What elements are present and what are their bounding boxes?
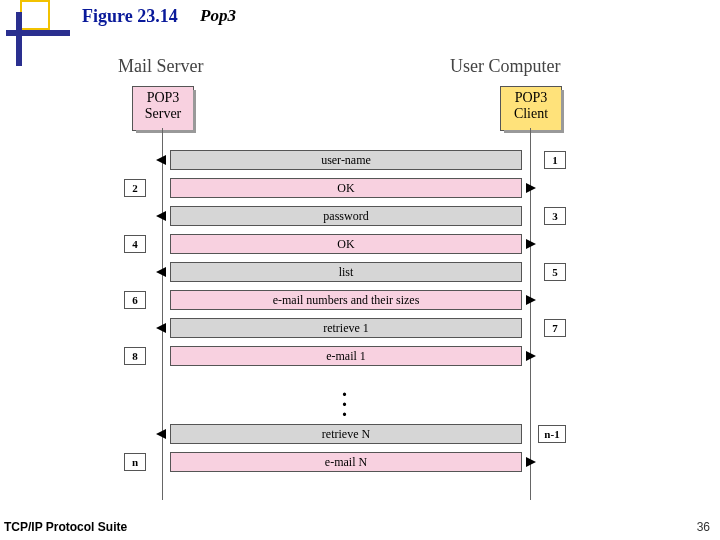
message-bar: retrieve 1 [170, 318, 522, 338]
pop3-server-line2: Server [145, 106, 182, 121]
pop3-server-box: POP3 Server [132, 86, 194, 131]
heading-mail-server: Mail Server [118, 56, 203, 77]
arrow-left-icon [156, 267, 166, 277]
message-row: list5 [170, 262, 522, 282]
message-row: OK4 [170, 234, 522, 254]
pop3-server-line1: POP3 [147, 90, 180, 105]
figure-number: Figure 23.14 [82, 6, 178, 27]
step-badge: 4 [124, 235, 146, 253]
step-badge: 2 [124, 179, 146, 197]
arrow-left-icon [156, 429, 166, 439]
heading-user-computer: User Computer [450, 56, 560, 77]
arrow-left-icon [156, 323, 166, 333]
message-bar: e-mail numbers and their sizes [170, 290, 522, 310]
message-bar: OK [170, 234, 522, 254]
message-bar: user-name [170, 150, 522, 170]
message-row: retrieve Nn-1 [170, 424, 522, 444]
pop3-client-box: POP3 Client [500, 86, 562, 131]
arrow-right-icon [526, 183, 536, 193]
step-badge: 3 [544, 207, 566, 225]
footer-right: 36 [697, 520, 710, 534]
message-bar: list [170, 262, 522, 282]
figure-caption: Pop3 [200, 6, 236, 26]
step-badge: n-1 [538, 425, 566, 443]
slide: Figure 23.14 Pop3 Mail Server User Compu… [0, 0, 720, 540]
message-bar: e-mail N [170, 452, 522, 472]
corner-ornament [6, 0, 66, 52]
arrow-left-icon [156, 155, 166, 165]
step-badge: 5 [544, 263, 566, 281]
step-badge: 6 [124, 291, 146, 309]
arrow-left-icon [156, 211, 166, 221]
arrow-right-icon [526, 457, 536, 467]
arrow-right-icon [526, 295, 536, 305]
footer-left: TCP/IP Protocol Suite [4, 520, 127, 534]
message-bar: OK [170, 178, 522, 198]
step-badge: n [124, 453, 146, 471]
arrow-right-icon [526, 239, 536, 249]
message-row: password3 [170, 206, 522, 226]
message-bar: retrieve N [170, 424, 522, 444]
pop3-client-line2: Client [514, 106, 548, 121]
message-row: OK2 [170, 178, 522, 198]
step-badge: 7 [544, 319, 566, 337]
message-row: retrieve 17 [170, 318, 522, 338]
message-row: e-mail Nn [170, 452, 522, 472]
ornament-square [20, 0, 50, 30]
server-lifeline [162, 128, 163, 500]
pop3-client-line1: POP3 [515, 90, 548, 105]
message-bar: password [170, 206, 522, 226]
message-row: e-mail 18 [170, 346, 522, 366]
step-badge: 8 [124, 347, 146, 365]
arrow-right-icon [526, 351, 536, 361]
message-row: user-name1 [170, 150, 522, 170]
step-badge: 1 [544, 151, 566, 169]
ellipsis-dot: . [342, 405, 347, 413]
ornament-vbar [16, 12, 22, 66]
message-row: e-mail numbers and their sizes6 [170, 290, 522, 310]
message-bar: e-mail 1 [170, 346, 522, 366]
